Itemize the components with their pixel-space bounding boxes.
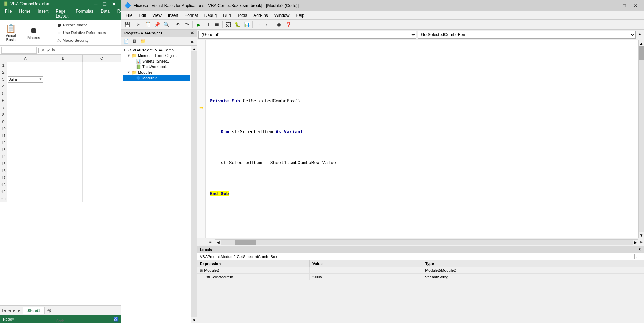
cell-a1[interactable]	[7, 62, 44, 69]
cell-a3[interactable]: Julia ▼	[7, 76, 44, 83]
cell[interactable]	[83, 139, 121, 146]
hscroll-thumb[interactable]	[235, 240, 256, 245]
combo-box[interactable]: Julia ▼	[8, 76, 43, 83]
cell-b2[interactable]	[44, 69, 83, 76]
code-hscrollbar[interactable]: ◀ ▶	[215, 239, 638, 245]
locals-path-ellipsis-button[interactable]: ...	[634, 254, 641, 259]
scroll-down-button[interactable]: ▼	[191, 317, 197, 323]
cell[interactable]	[7, 111, 44, 118]
next-sheet-button[interactable]: ▶	[12, 308, 17, 313]
menu-format[interactable]: Format	[182, 12, 201, 19]
cell[interactable]	[83, 181, 121, 188]
cell[interactable]	[44, 174, 83, 181]
cell[interactable]	[7, 195, 44, 202]
add-sheet-button[interactable]: ⊕	[45, 307, 53, 314]
cell[interactable]	[44, 125, 83, 132]
project-pane-scrollbar[interactable]: ▲ ▼	[191, 46, 197, 323]
toolbar-help-button[interactable]: ❓	[284, 21, 292, 28]
cell[interactable]	[44, 139, 83, 146]
column-header-a[interactable]: A	[7, 55, 44, 62]
menu-run[interactable]: Run	[220, 12, 234, 19]
toolbar-debug2-button[interactable]: 📊	[242, 21, 251, 28]
list-item[interactable]: ⊞ Module2 Module2/Module2	[197, 267, 644, 274]
cell[interactable]	[44, 195, 83, 202]
cell[interactable]	[83, 153, 121, 160]
code-collapse-button[interactable]: ═	[198, 239, 206, 245]
visual-basic-button[interactable]: 📋 Visual Basic	[3, 22, 19, 43]
project-pane-close-button[interactable]: ✕	[190, 31, 194, 35]
cell[interactable]	[44, 160, 83, 167]
cell[interactable]	[44, 97, 83, 104]
code-vscrollbar[interactable]: ▲ ▼	[638, 40, 644, 238]
vscroll-down-button[interactable]: ▼	[639, 232, 644, 238]
toolbar-copy-button[interactable]: 📋	[144, 21, 152, 28]
tab-page-layout[interactable]: Page Layout	[52, 7, 72, 20]
toolbar-redo-button[interactable]: ↷	[183, 21, 191, 28]
name-box[interactable]	[1, 47, 37, 54]
vba-close-button[interactable]: ✕	[630, 1, 641, 11]
cell-b1[interactable]	[44, 62, 83, 69]
cell-a2[interactable]	[7, 69, 44, 76]
vscroll-thumb[interactable]	[639, 46, 644, 60]
list-item[interactable]: strSelectedItem "Julia" Variant/String	[197, 274, 644, 280]
cell[interactable]	[83, 111, 121, 118]
menu-window[interactable]: Window	[272, 12, 292, 19]
vba-minimize-button[interactable]: ─	[607, 1, 619, 11]
toolbar-undo-button[interactable]: ↶	[173, 21, 182, 28]
use-relative-references-button[interactable]: ↔ Use Relative References	[55, 29, 108, 36]
excel-close-button[interactable]: ✕	[110, 1, 118, 7]
expression-column-header[interactable]: Expression	[197, 260, 310, 267]
toolbar-run-button[interactable]: ▶	[194, 21, 203, 28]
hscroll-right-button[interactable]: ▶	[633, 239, 638, 245]
vscroll-up-button[interactable]: ▲	[639, 40, 644, 46]
cell[interactable]	[83, 132, 121, 139]
menu-edit[interactable]: Edit	[136, 12, 149, 19]
module2-node[interactable]: 🔷 Module2	[123, 75, 190, 81]
cell[interactable]	[7, 146, 44, 153]
menu-tools[interactable]: Tools	[234, 12, 250, 19]
excel-minimize-button[interactable]: ─	[92, 1, 100, 7]
hscroll-track[interactable]	[221, 240, 633, 245]
cell[interactable]	[83, 146, 121, 153]
macros-button[interactable]: ⏺ Macros	[25, 24, 43, 41]
cell[interactable]	[83, 188, 121, 195]
project-view-object-button[interactable]: 🖥	[131, 38, 138, 45]
cell[interactable]	[7, 181, 44, 188]
cell[interactable]	[44, 153, 83, 160]
cell[interactable]	[44, 83, 83, 90]
column-header-c[interactable]: C	[83, 55, 121, 62]
cell[interactable]	[7, 174, 44, 181]
type-column-header[interactable]: Type	[422, 260, 644, 267]
this-workbook-node[interactable]: 📗 ThisWorkbook	[123, 64, 190, 70]
cell[interactable]	[44, 181, 83, 188]
cell-c3[interactable]	[83, 76, 121, 83]
toolbar-break-button[interactable]: ⏸	[203, 21, 212, 28]
toolbar-breakpoint-button[interactable]: ◉	[275, 21, 283, 28]
cell[interactable]	[83, 97, 121, 104]
toolbar-indent-button[interactable]: →	[254, 21, 263, 28]
tab-file[interactable]: File	[1, 7, 15, 20]
tab-home[interactable]: Home	[15, 7, 34, 20]
cell[interactable]	[7, 160, 44, 167]
menu-help[interactable]: Help	[293, 12, 307, 19]
cell[interactable]	[7, 139, 44, 146]
cell-c2[interactable]	[83, 69, 121, 76]
cell[interactable]	[44, 132, 83, 139]
last-sheet-button[interactable]: ▶|	[17, 308, 23, 313]
cell[interactable]	[83, 83, 121, 90]
modules-node[interactable]: ▼ 📁 Modules	[123, 70, 190, 75]
sheet1-node[interactable]: 📊 Sheet1 (Sheet1)	[123, 58, 190, 64]
cell[interactable]	[83, 118, 121, 125]
menu-addins[interactable]: Add-Ins	[251, 12, 271, 19]
cell[interactable]	[7, 104, 44, 111]
cell[interactable]	[83, 90, 121, 97]
scroll-up-button[interactable]: ▲	[637, 31, 643, 37]
toolbar-outdent-button[interactable]: ←	[263, 21, 272, 28]
toolbar-save-button[interactable]: 💾	[123, 21, 131, 28]
first-sheet-button[interactable]: |◀	[1, 308, 7, 313]
cell[interactable]	[44, 90, 83, 97]
cell[interactable]	[44, 146, 83, 153]
hscroll-left-button[interactable]: ◀	[215, 239, 221, 245]
cell[interactable]	[44, 188, 83, 195]
procedure-selector[interactable]: GetSelectedComboBox	[418, 31, 636, 39]
